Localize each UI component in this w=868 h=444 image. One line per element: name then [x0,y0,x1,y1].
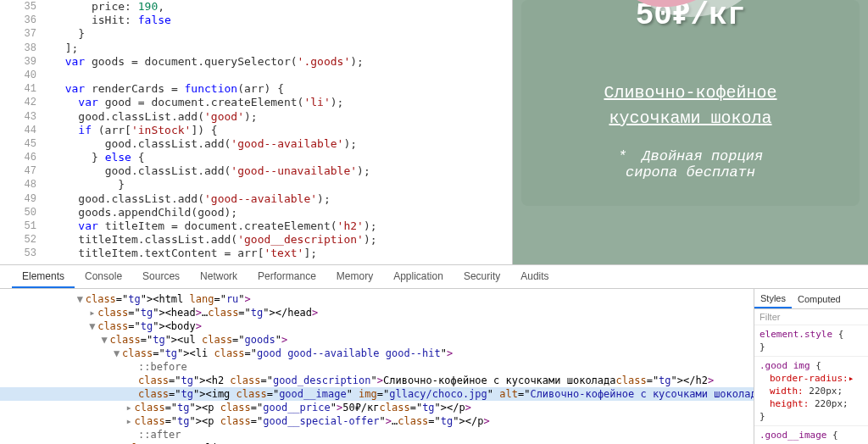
styles-pane: StylesComputed Filter element.style {} .… [754,289,868,444]
dom-node[interactable]: ▼class="tg"><html lang="ru"> [0,292,754,306]
dom-node[interactable]: class="tg"><img class="good__image" img=… [0,387,754,401]
devtools-tab-performance[interactable]: Performance [248,265,326,288]
dom-node[interactable]: ▼class="tg"><li class="good good--availa… [0,347,754,360]
dom-node[interactable]: ▸class="tg"><p class="good__special-offe… [0,414,754,428]
devtools-tab-application[interactable]: Application [383,265,453,288]
dom-node[interactable]: ▸class="tg"><head>…class="tg"></head> [0,306,754,319]
dom-node[interactable]: ▸class="tg"><p class="good__price">50₽/к… [0,401,754,414]
dom-node[interactable]: ::before [0,360,754,374]
product-description[interactable]: Сливочно-кофейное кусочками шокола [538,80,843,131]
special-offer: * Двойная порция сиропа бесплатн [538,148,843,180]
code-editor[interactable]: 35363738394041424344454647484950515253 p… [0,0,512,264]
devtools-tab-console[interactable]: Console [75,265,132,288]
styles-tabs: StylesComputed [754,289,868,309]
style-rule[interactable]: .good img { border-radius:▸ width: 220px… [754,357,868,426]
style-rule[interactable]: element.style {} [754,325,868,357]
code-content[interactable]: price: 190, isHit: false } ]; var goods … [47,0,512,264]
dom-node[interactable]: ::after [0,428,754,441]
preview-pane: 50₽/кг Сливочно-кофейное кусочками шокол… [512,0,868,264]
styles-tab-computed[interactable]: Computed [792,291,847,308]
line-gutter: 35363738394041424344454647484950515253 [0,0,47,264]
elements-tree[interactable]: ▼class="tg"><html lang="ru"> ▸class="tg"… [0,289,754,444]
styles-filter[interactable]: Filter [754,309,868,325]
devtools-tab-audits[interactable]: Audits [510,265,559,288]
devtools-tab-network[interactable]: Network [190,265,248,288]
devtools-tab-security[interactable]: Security [453,265,510,288]
devtools-tab-elements[interactable]: Elements [12,265,75,288]
styles-tab-styles[interactable]: Styles [754,290,792,308]
style-rule[interactable]: .good__image { padding:▸ 10px; [754,426,868,444]
devtools-tab-memory[interactable]: Memory [326,265,383,288]
devtools-tabs: ElementsConsoleSourcesNetworkPerformance… [0,265,868,289]
dom-node[interactable]: class="tg"><h2 class="good_description">… [0,374,754,387]
dom-node[interactable]: ▼class="tg"><ul class="goods"> [0,333,754,347]
dom-node[interactable]: ▼class="tg"><body> [0,319,754,333]
devtools-panel: ElementsConsoleSourcesNetworkPerformance… [0,264,868,444]
devtools-tab-sources[interactable]: Sources [132,265,190,288]
product-card: 50₽/кг Сливочно-кофейное кусочками шокол… [521,0,860,206]
